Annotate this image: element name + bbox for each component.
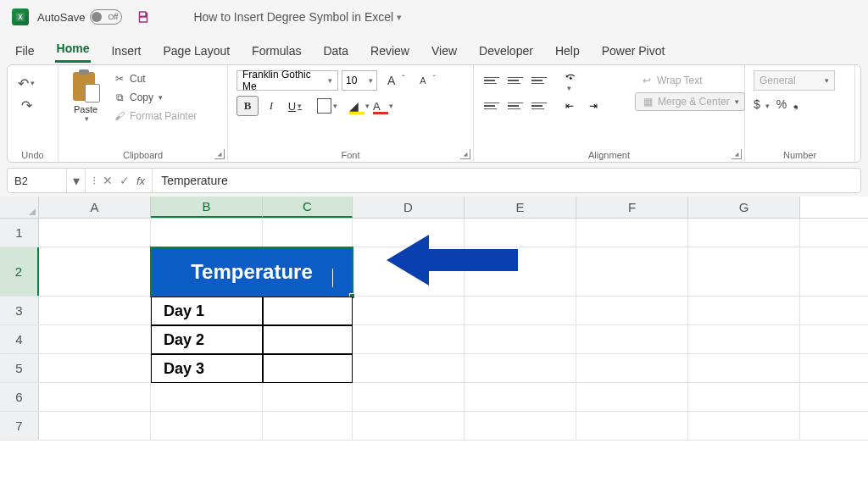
tab-review[interactable]: Review bbox=[369, 39, 411, 63]
row-header-3[interactable]: 3 bbox=[0, 297, 39, 324]
formula-enter-button[interactable]: ✓ bbox=[120, 174, 130, 187]
grid-row: 6 bbox=[0, 383, 868, 412]
column-header-F[interactable]: F bbox=[576, 197, 688, 218]
cell-C5[interactable] bbox=[263, 354, 353, 383]
copy-icon: ⧉ bbox=[113, 91, 126, 104]
column-header-D[interactable]: D bbox=[353, 197, 465, 218]
svg-text:X: X bbox=[18, 14, 23, 21]
orientation-button[interactable]: ⤽▾ bbox=[564, 72, 582, 89]
align-top-button[interactable] bbox=[482, 72, 501, 89]
cell-B3[interactable]: Day 1 bbox=[151, 297, 263, 325]
tab-insert[interactable]: Insert bbox=[109, 39, 142, 63]
group-label-number: Number bbox=[745, 150, 854, 160]
ribbon-tabs: File Home Insert Page Layout Formulas Da… bbox=[0, 34, 868, 63]
tab-page-layout[interactable]: Page Layout bbox=[161, 39, 231, 63]
align-left-button[interactable] bbox=[482, 97, 501, 114]
align-bottom-button[interactable] bbox=[530, 72, 548, 89]
copy-button[interactable]: ⧉Copy▾ bbox=[109, 89, 200, 106]
tab-formulas[interactable]: Formulas bbox=[250, 39, 303, 63]
decrease-indent-button[interactable]: ⇤ bbox=[564, 97, 582, 114]
undo-button[interactable]: ↶▾ bbox=[16, 74, 36, 92]
save-icon[interactable] bbox=[136, 9, 151, 25]
formula-cancel-button[interactable]: ✕ bbox=[103, 174, 113, 187]
group-undo: ↶▾ ↷ Undo bbox=[8, 65, 58, 162]
grid-row: 7 bbox=[0, 412, 868, 441]
toggle-switch[interactable]: Off bbox=[90, 9, 122, 25]
bold-button[interactable]: B bbox=[236, 96, 259, 116]
grid-row: 5 bbox=[0, 354, 868, 383]
number-format-dropdown[interactable]: General▾ bbox=[754, 70, 835, 91]
tab-power-pivot[interactable]: Power Pivot bbox=[600, 39, 667, 63]
column-header-C[interactable]: C bbox=[263, 197, 353, 218]
format-painter-button[interactable]: 🖌Format Painter bbox=[109, 108, 200, 125]
document-title[interactable]: How to Insert Degree Symbol in Excel ▾ bbox=[193, 10, 402, 24]
font-name-dropdown[interactable]: Franklin Gothic Me▾ bbox=[236, 70, 338, 91]
formula-input[interactable]: Temperature bbox=[153, 174, 860, 187]
cell-B5[interactable]: Day 3 bbox=[151, 354, 263, 383]
fill-color-button[interactable]: ◢▾ bbox=[348, 96, 370, 116]
increase-font-size-button[interactable]: Aˆ bbox=[381, 72, 411, 90]
column-header-B[interactable]: B bbox=[151, 197, 263, 218]
font-size-dropdown[interactable]: 10▾ bbox=[342, 70, 377, 91]
redo-button[interactable]: ↷ bbox=[16, 96, 36, 114]
column-header-A[interactable]: A bbox=[39, 197, 151, 218]
decrease-font-size-button[interactable]: Aˇ bbox=[413, 72, 442, 90]
align-middle-button[interactable] bbox=[506, 72, 525, 89]
column-header-E[interactable]: E bbox=[465, 197, 576, 218]
tab-help[interactable]: Help bbox=[554, 39, 581, 63]
group-number: General▾ $ ▾ % ❟ Number bbox=[745, 65, 855, 162]
cell-B2-merged[interactable]: Temperature bbox=[151, 247, 353, 297]
row-header-5[interactable]: 5 bbox=[0, 354, 39, 382]
cell-C3[interactable] bbox=[263, 297, 353, 325]
formula-bar-row: B2 ▾ ⁝ ✕ ✓ fx Temperature bbox=[7, 168, 861, 193]
row-header-4[interactable]: 4 bbox=[0, 325, 39, 353]
row-header-1[interactable]: 1 bbox=[0, 219, 39, 247]
chevron-down-icon: ▾ bbox=[397, 12, 402, 23]
chevron-down-icon[interactable]: ▾ bbox=[69, 114, 104, 123]
wrap-text-button[interactable]: ↩Wrap Text bbox=[635, 72, 745, 89]
cut-button[interactable]: ✂Cut bbox=[109, 70, 200, 87]
row-header-6[interactable]: 6 bbox=[0, 383, 39, 411]
cell-C4[interactable] bbox=[263, 325, 353, 354]
autosave-toggle[interactable]: AutoSave Off bbox=[37, 9, 122, 25]
column-headers: A B C D E F G bbox=[0, 197, 868, 219]
grid-row: 4 bbox=[0, 325, 868, 354]
borders-button[interactable]: ▾ bbox=[316, 96, 338, 116]
scissors-icon: ✂ bbox=[113, 72, 126, 86]
align-right-button[interactable] bbox=[530, 97, 548, 114]
alignment-dialog-launcher[interactable] bbox=[732, 149, 742, 159]
title-bar: X AutoSave Off How to Insert Degree Symb… bbox=[0, 0, 868, 34]
name-box[interactable]: B2 bbox=[8, 169, 67, 192]
tab-file[interactable]: File bbox=[14, 39, 36, 63]
clipboard-dialog-launcher[interactable] bbox=[214, 149, 225, 159]
percent-format-button[interactable]: % bbox=[776, 97, 787, 112]
tab-home[interactable]: Home bbox=[55, 36, 92, 63]
wrap-text-icon: ↩ bbox=[640, 74, 654, 87]
grid-row: 3 bbox=[0, 297, 868, 325]
align-center-button[interactable] bbox=[506, 97, 525, 114]
tab-developer[interactable]: Developer bbox=[477, 39, 535, 63]
insert-function-button[interactable]: fx bbox=[136, 175, 145, 187]
row-header-2[interactable]: 2 bbox=[0, 247, 39, 296]
row-header-7[interactable]: 7 bbox=[0, 412, 39, 440]
cell-B4[interactable]: Day 2 bbox=[151, 325, 263, 354]
paste-button[interactable]: Paste ▾ bbox=[67, 70, 104, 123]
tab-data[interactable]: Data bbox=[321, 39, 350, 63]
font-dialog-launcher[interactable] bbox=[460, 149, 470, 159]
annotation-arrow-icon bbox=[387, 230, 522, 293]
group-alignment: ⤽▾ ⇤ ⇥ ↩Wrap Text ▦Merge & Center▾ Align… bbox=[474, 65, 745, 162]
paintbrush-icon: 🖌 bbox=[113, 109, 126, 123]
underline-button[interactable]: U▾ bbox=[284, 96, 306, 116]
text-cursor bbox=[332, 269, 333, 287]
tab-view[interactable]: View bbox=[430, 39, 459, 63]
name-box-dropdown[interactable]: ▾ bbox=[67, 169, 86, 192]
comma-format-button[interactable]: ❟ bbox=[793, 97, 798, 112]
select-all-corner[interactable] bbox=[0, 197, 39, 218]
column-header-G[interactable]: G bbox=[688, 197, 800, 218]
merge-center-button[interactable]: ▦Merge & Center▾ bbox=[635, 92, 745, 111]
accounting-format-button[interactable]: $ ▾ bbox=[754, 97, 770, 112]
italic-button[interactable]: I bbox=[260, 96, 282, 116]
group-label-clipboard: Clipboard bbox=[58, 150, 227, 160]
increase-indent-button[interactable]: ⇥ bbox=[587, 97, 606, 114]
font-color-button[interactable]: A▾ bbox=[372, 96, 394, 116]
